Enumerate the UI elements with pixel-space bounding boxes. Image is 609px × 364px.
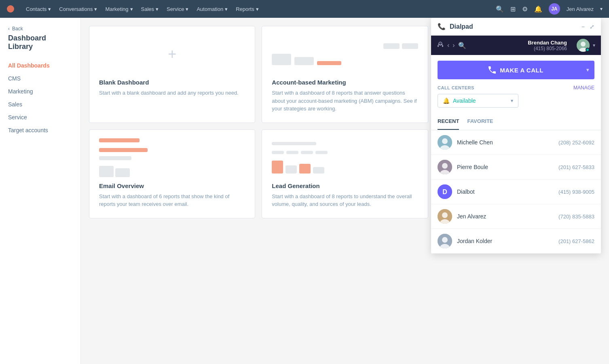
svg-rect-2	[438, 45, 439, 47]
contact-item-jen[interactable]: Jen Alvarez (720) 835-5883	[431, 204, 601, 229]
contact-item-pierre[interactable]: Pierre Boule (201) 627-5833	[431, 155, 601, 180]
card-lead-generation[interactable]: Lead Generation Start with a dashboard o…	[262, 129, 428, 218]
contact-avatar-dialbot: D	[438, 184, 452, 199]
contact-phone-pierre: (201) 627-5833	[558, 164, 594, 170]
notifications-icon[interactable]: 🔔	[534, 5, 542, 13]
contact-name-jordan: Jordan Kolder	[457, 238, 558, 244]
svg-point-5	[581, 42, 586, 47]
top-navigation: Contacts ▾ Conversations ▾ Marketing ▾ S…	[0, 0, 609, 18]
search-icon[interactable]: 🔍	[458, 42, 466, 49]
card-blank-desc: Start with a blank dashboard and add any…	[99, 89, 245, 97]
bell-icon: 🔔	[443, 97, 450, 104]
sidebar: ‹ Back Dashboard Library All Dashboards …	[0, 18, 81, 364]
nav-contacts[interactable]: Contacts ▾	[26, 6, 51, 12]
sidebar-item-all-dashboards[interactable]: All Dashboards	[0, 59, 80, 72]
dialpad-headset-icon[interactable]	[437, 41, 444, 50]
contact-name-jen: Jen Alvarez	[457, 213, 558, 220]
sidebar-item-service[interactable]: Service	[0, 111, 80, 124]
contact-phone-jordan: (201) 627-5862	[558, 238, 594, 244]
contact-phone-michelle: (208) 252-6092	[558, 140, 594, 146]
back-button[interactable]: ‹ Back	[0, 26, 80, 34]
nav-marketing[interactable]: Marketing ▾	[105, 6, 133, 12]
dialpad-header: 📞 Dialpad − ⤢	[431, 18, 601, 36]
dialpad-title: Dialpad	[450, 23, 577, 30]
page-title: Dashboard Library	[0, 34, 80, 59]
marketplace-icon[interactable]: ⊞	[510, 5, 516, 13]
svg-point-19	[442, 237, 448, 243]
svg-point-0	[7, 5, 14, 13]
contact-name-dialbot: Dialbot	[457, 188, 558, 195]
tab-recent[interactable]: RECENT	[438, 113, 459, 130]
card-blank-title: Blank Dashboard	[99, 79, 245, 86]
dropdown-arrow-icon: ▾	[511, 98, 513, 104]
contact-item-jordan[interactable]: Jordan Kolder (201) 627-5862	[431, 229, 601, 254]
contact-avatar-jen	[438, 209, 452, 224]
dialpad-panel: 📞 Dialpad − ⤢ ‹ ›	[431, 18, 601, 254]
expand-button[interactable]: ⤢	[590, 23, 594, 30]
minimize-button[interactable]: −	[582, 23, 585, 30]
card-email-overview[interactable]: Email Overview Start with a dashboard of…	[89, 129, 255, 218]
nav-sales[interactable]: Sales ▾	[141, 6, 159, 12]
svg-point-1	[439, 42, 442, 45]
sidebar-item-sales[interactable]: Sales	[0, 98, 80, 111]
svg-text:D: D	[442, 188, 447, 195]
chevron-down-icon: ▾	[94, 6, 97, 12]
current-user-name: Brendan Chang	[528, 40, 567, 46]
user-menu-chevron[interactable]: ▾	[600, 6, 603, 12]
call-centers-section: CALL CENTERS MANAGE 🔔 Available ▾	[431, 85, 601, 113]
chevron-down-icon: ▾	[225, 6, 228, 12]
dialpad-user-bar: ‹ › 🔍 Brendan Chang (415) 805-2066	[431, 36, 601, 55]
nav-reports[interactable]: Reports ▾	[236, 6, 259, 12]
make-call-dropdown-arrow[interactable]: ▾	[586, 67, 589, 73]
chevron-down-icon: ▾	[256, 6, 259, 12]
settings-icon[interactable]: ⚙	[522, 5, 528, 13]
chevron-right-icon[interactable]: ›	[453, 42, 455, 49]
chevron-down-icon: ▾	[156, 6, 159, 12]
svg-rect-3	[442, 45, 443, 47]
current-user-phone: (415) 805-2066	[528, 46, 567, 51]
chevron-left-icon[interactable]: ‹	[447, 42, 449, 49]
card-email-title: Email Overview	[99, 182, 245, 189]
card-blank-dashboard[interactable]: + Blank Dashboard Start with a blank das…	[89, 26, 255, 123]
nav-automation[interactable]: Automation ▾	[197, 6, 228, 12]
hubspot-logo[interactable]	[6, 5, 15, 13]
svg-point-11	[442, 163, 448, 169]
user-avatar[interactable]: JA	[549, 3, 560, 15]
user-dropdown-arrow[interactable]: ▾	[593, 42, 595, 48]
contact-avatar-jordan	[438, 234, 452, 248]
nav-service[interactable]: Service ▾	[167, 6, 188, 12]
contact-name-pierre: Pierre Boule	[457, 164, 558, 170]
svg-point-16	[442, 212, 448, 218]
chevron-down-icon: ▾	[130, 6, 133, 12]
chevron-down-icon: ▾	[48, 6, 51, 12]
status-text: Available	[453, 97, 507, 104]
sidebar-item-marketing[interactable]: Marketing	[0, 85, 80, 98]
card-abm[interactable]: Account-based Marketing Start with a das…	[262, 26, 428, 123]
contact-phone-dialbot: (415) 938-9005	[558, 189, 594, 195]
make-call-section: MAKE A CALL ▾	[431, 55, 601, 85]
make-call-button[interactable]: MAKE A CALL ▾	[438, 61, 594, 79]
dialpad-tabs: RECENT FAVORITE	[431, 113, 601, 130]
manage-button[interactable]: MANAGE	[573, 85, 594, 91]
contact-avatar-michelle	[438, 135, 452, 150]
phone-icon: 📞	[438, 23, 446, 30]
plus-icon: +	[168, 46, 176, 63]
search-icon[interactable]: 🔍	[496, 5, 504, 13]
back-arrow-icon: ‹	[8, 26, 10, 32]
svg-point-8	[442, 138, 448, 144]
status-dropdown[interactable]: 🔔 Available ▾	[438, 94, 518, 108]
online-status-indicator	[586, 48, 590, 52]
card-abm-title: Account-based Marketing	[272, 79, 418, 86]
chevron-down-icon: ▾	[186, 6, 188, 12]
contact-list: Michelle Chen (208) 252-6092 Pierre Boul…	[431, 130, 601, 254]
contact-item-michelle[interactable]: Michelle Chen (208) 252-6092	[431, 130, 601, 155]
contact-item-dialbot[interactable]: D Dialbot (415) 938-9005	[431, 180, 601, 204]
sidebar-item-cms[interactable]: CMS	[0, 72, 80, 85]
nav-conversations[interactable]: Conversations ▾	[59, 6, 97, 12]
tab-favorite[interactable]: FAVORITE	[467, 113, 493, 130]
username-label[interactable]: Jen Alvarez	[567, 6, 594, 12]
card-email-desc: Start with a dashboard of 6 reports that…	[99, 193, 245, 208]
sidebar-item-target-accounts[interactable]: Target accounts	[0, 124, 80, 137]
card-abm-desc: Start with a dashboard of 8 reports that…	[272, 89, 418, 113]
contact-phone-jen: (720) 835-5883	[558, 214, 594, 220]
